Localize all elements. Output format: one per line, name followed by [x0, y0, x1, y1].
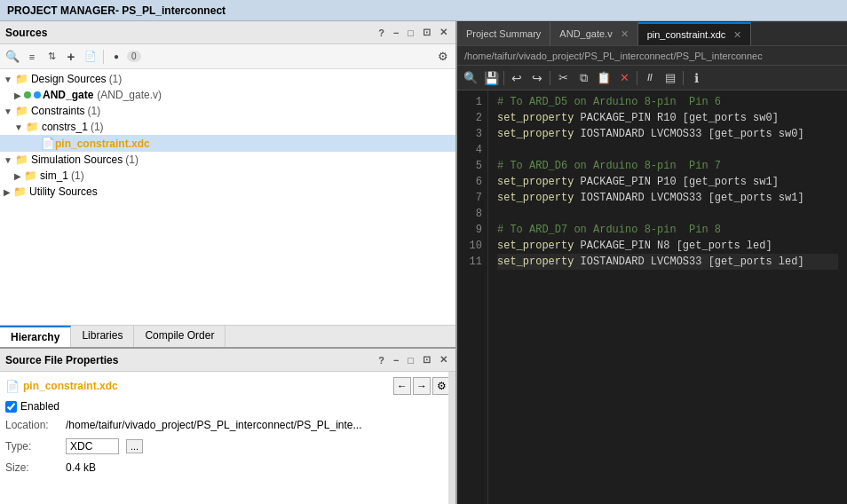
tab-project-summary[interactable]: Project Summary	[457, 22, 550, 45]
tab-compile-order[interactable]: Compile Order	[134, 326, 226, 347]
sim1-label: sim_1	[40, 169, 68, 182]
gear-btn[interactable]: ⚙	[434, 48, 452, 66]
constrs1-count: (1)	[91, 121, 104, 133]
type-label: Type:	[5, 440, 59, 453]
line-numbers: 1 2 3 4 5 6 7 8 9 10 11	[457, 91, 488, 504]
utility-folder-icon: 📁	[13, 185, 27, 198]
left-panel: Sources ? − □ ⊡ ✕ 🔍 ≡ ⇅ + 📄 ● 0 ⚙	[0, 21, 457, 504]
design-sources-arrow: ▼	[4, 75, 12, 84]
pin-constraint-item[interactable]: 📄 pin_constraint.xdc	[0, 135, 455, 152]
code-editor[interactable]: 1 2 3 4 5 6 7 8 9 10 11 # To ARD_D5 on A…	[457, 91, 847, 504]
tab-and-gate-label: AND_gate.v	[559, 28, 612, 39]
utility-arrow: ▶	[4, 187, 11, 197]
constrs1-item[interactable]: ▼ 📁 constrs_1 (1)	[0, 119, 455, 135]
sfp-minimize-btn[interactable]: −	[391, 354, 401, 366]
enabled-checkbox[interactable]	[5, 401, 17, 413]
tab-pin-constraint-label: pin_constraint.xdc	[647, 29, 726, 40]
sfp-restore-btn[interactable]: □	[405, 354, 416, 366]
sfp-file-icon: 📄	[5, 380, 20, 393]
sim1-count: (1)	[71, 169, 84, 182]
constraints-folder-icon: 📁	[15, 105, 28, 117]
tab-pin-constraint-close[interactable]: ✕	[733, 29, 741, 41]
sfp-back-btn[interactable]: ←	[393, 377, 411, 395]
editor-undo-btn[interactable]: ↩	[507, 68, 526, 88]
editor-toolbar: 🔍 💾 ↩ ↪ ✂ ⧉ 📋 ✕ // ▤ ℹ	[457, 66, 847, 91]
sfp-help-btn[interactable]: ?	[376, 354, 387, 366]
sim-sources-count: (1)	[125, 154, 139, 166]
sources-panel-title: Sources	[5, 27, 47, 39]
tab-and-gate-close[interactable]: ✕	[621, 28, 629, 40]
design-sources-item[interactable]: ▼ 📁 Design Sources (1)	[0, 71, 455, 87]
sources-help-btn[interactable]: ?	[376, 27, 387, 39]
filter2-btn[interactable]: ⇅	[43, 48, 60, 66]
simulation-sources-item[interactable]: ▼ 📁 Simulation Sources (1)	[0, 152, 455, 168]
constrs1-folder-icon: 📁	[26, 121, 39, 133]
and-gate-dot-blue	[34, 89, 41, 101]
constrs1-label: constrs_1	[42, 121, 88, 133]
type-row: Type: ...	[5, 437, 450, 455]
title-bar-project: - PS_PL_interconnect	[115, 4, 226, 17]
add-btn[interactable]: +	[62, 48, 80, 66]
sim1-folder-icon: 📁	[24, 169, 37, 182]
sources-restore-btn[interactable]: □	[405, 27, 416, 39]
sim1-arrow: ▶	[14, 171, 21, 181]
editor-redo-btn[interactable]: ↪	[527, 68, 547, 88]
sources-tree[interactable]: ▼ 📁 Design Sources (1) ▶ AND_gate (AND_g…	[0, 69, 455, 325]
location-row: Location: /home/taifur/vivado_project/PS…	[5, 418, 450, 432]
size-value: 0.4 kB	[66, 461, 96, 474]
scrollbar[interactable]	[448, 372, 455, 504]
sim-sources-folder-icon: 📁	[15, 154, 28, 166]
editor-cut-btn[interactable]: ✂	[553, 68, 573, 88]
sim1-item[interactable]: ▶ 📁 sim_1 (1)	[0, 168, 455, 184]
enabled-label: Enabled	[20, 400, 59, 413]
location-value: /home/taifur/vivado_project/PS_PL_interc…	[66, 419, 362, 431]
editor-block-btn[interactable]: ▤	[661, 68, 680, 88]
search-btn[interactable]: 🔍	[4, 48, 21, 66]
doc-btn[interactable]: 📄	[82, 48, 99, 66]
tab-libraries[interactable]: Libraries	[71, 326, 134, 347]
sources-minimize-btn[interactable]: −	[391, 27, 401, 39]
editor-copy-btn[interactable]: ⧉	[574, 68, 593, 88]
editor-delete-btn[interactable]: ✕	[614, 68, 634, 88]
code-content[interactable]: # To ARD_D5 on Arduino 8-pin Pin 6 set_p…	[488, 91, 847, 504]
sources-float-btn[interactable]: ⊡	[420, 26, 433, 39]
size-row: Size: 0.4 kB	[5, 461, 450, 475]
title-bar: PROJECT MANAGER - PS_PL_interconnect	[0, 0, 847, 21]
type-more-btn[interactable]: ...	[126, 439, 143, 453]
tab-pin-constraint[interactable]: pin_constraint.xdc ✕	[638, 22, 752, 45]
sim-sources-arrow: ▼	[4, 155, 12, 165]
constraints-count: (1)	[88, 105, 101, 117]
sfp-panel: Source File Properties ? − □ ⊡ ✕ 📄 pin_c…	[0, 349, 455, 504]
constraints-item[interactable]: ▼ 📁 Constraints (1)	[0, 103, 455, 119]
circle-btn[interactable]: ●	[107, 48, 125, 66]
editor-comment-btn[interactable]: //	[640, 68, 660, 88]
sfp-float-btn[interactable]: ⊡	[420, 353, 433, 366]
sfp-filename: 📄 pin_constraint.xdc	[5, 380, 118, 393]
type-input[interactable]	[66, 438, 119, 454]
editor-paste-btn[interactable]: 📋	[594, 68, 613, 88]
title-bar-app: PROJECT MANAGER	[7, 4, 115, 17]
sfp-close-btn[interactable]: ✕	[437, 353, 450, 366]
filter1-btn[interactable]: ≡	[23, 48, 41, 66]
utility-sources-item[interactable]: ▶ 📁 Utility Sources	[0, 184, 455, 200]
sources-close-btn[interactable]: ✕	[437, 26, 450, 39]
sfp-forward-btn[interactable]: →	[413, 377, 431, 395]
design-sources-count: (1)	[109, 73, 123, 85]
and-gate-label: AND_gate	[43, 89, 93, 101]
and-gate-item[interactable]: ▶ AND_gate (AND_gate.v)	[0, 87, 455, 103]
utility-sources-label: Utility Sources	[29, 185, 98, 198]
editor-sep2	[550, 71, 550, 85]
tab-and-gate[interactable]: AND_gate.v ✕	[550, 22, 637, 45]
sfp-gear-btn[interactable]: ⚙	[432, 377, 450, 395]
badge-count: 0	[127, 51, 141, 62]
editor-save-btn[interactable]: 💾	[481, 68, 501, 88]
editor-sep3	[637, 71, 637, 85]
location-label: Location:	[5, 419, 59, 431]
editor-search-btn[interactable]: 🔍	[461, 68, 480, 88]
and-gate-detail: (AND_gate.v)	[97, 89, 162, 101]
bottom-tab-bar: Hierarchy Libraries Compile Order	[0, 325, 455, 347]
editor-tab-bar: Project Summary AND_gate.v ✕ pin_constra…	[457, 21, 847, 46]
tab-hierarchy[interactable]: Hierarchy	[0, 326, 71, 347]
editor-info-btn[interactable]: ℹ	[686, 68, 706, 88]
sources-toolbar: 🔍 ≡ ⇅ + 📄 ● 0 ⚙	[0, 44, 455, 69]
